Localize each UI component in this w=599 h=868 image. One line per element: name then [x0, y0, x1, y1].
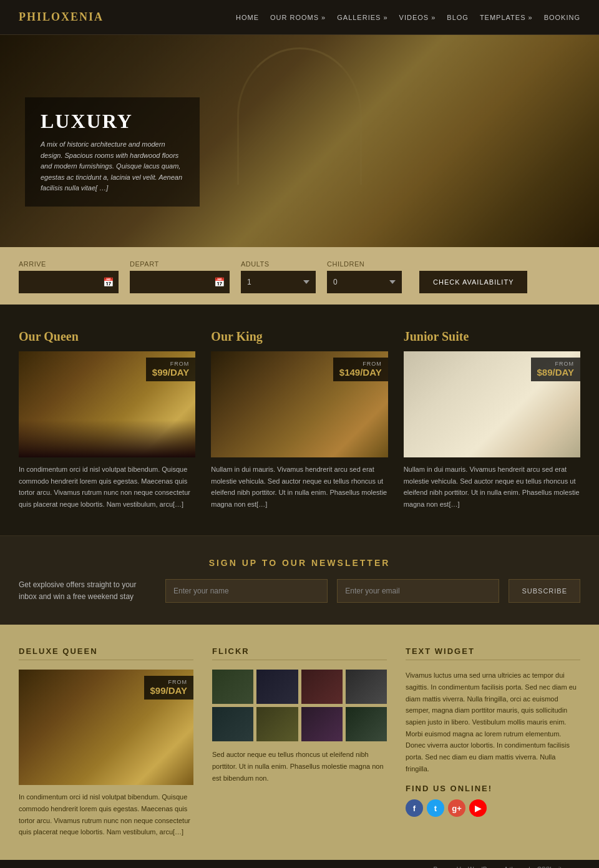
- hero-section: LUXURY A mix of historic architecture an…: [0, 35, 599, 247]
- footer-grid: DELUXE QUEEN FROM $99/DAY In condimentum…: [19, 646, 580, 838]
- footer-col-flickr: FLICKR Sed auctor neque eu tellus rhoncu…: [212, 646, 387, 838]
- youtube-icon[interactable]: ▶: [469, 799, 487, 817]
- flickr-thumb-8[interactable]: [346, 707, 387, 741]
- flickr-thumb-2[interactable]: [256, 670, 298, 704]
- adults-field: Adults 1 2 3 4: [241, 260, 316, 293]
- junior-from-label: FROM: [537, 361, 575, 367]
- arrive-label: Arrive: [19, 260, 119, 268]
- nav-home[interactable]: HOME: [236, 14, 259, 21]
- deluxe-queen-price: $99/DAY: [150, 685, 188, 696]
- flickr-thumb-4[interactable]: [346, 670, 387, 704]
- twitter-icon[interactable]: t: [427, 799, 444, 817]
- room-card-junior: Junior Suite FROM $89/DAY Nullam in dui …: [404, 329, 580, 510]
- newsletter-title: SIGN UP TO OUR NEWSLETTER: [19, 558, 580, 568]
- king-image: FROM $149/DAY: [211, 351, 387, 457]
- flickr-thumb-6[interactable]: [256, 707, 298, 741]
- arrive-input-wrapper: 📅: [19, 271, 119, 293]
- rooms-section: Our Queen FROM $99/DAY In condimentum or…: [0, 305, 599, 535]
- header: PHILOXENIA HOME OUR ROOMS » GALLERIES » …: [0, 0, 599, 35]
- footer-col-deluxe-queen: DELUXE QUEEN FROM $99/DAY In condimentum…: [19, 646, 193, 838]
- queen-title: Our Queen: [19, 329, 195, 344]
- queen-from-label: FROM: [152, 361, 190, 367]
- queen-image: FROM $99/DAY: [19, 351, 195, 457]
- facebook-icon[interactable]: f: [406, 799, 423, 817]
- depart-input-wrapper: 📅: [130, 271, 230, 293]
- junior-image: FROM $89/DAY: [404, 351, 580, 457]
- nav-videos[interactable]: VIDEOS »: [399, 14, 436, 21]
- check-availability-button[interactable]: CHECK AVAILABILITY: [419, 271, 527, 293]
- deluxe-queen-badge: FROM $99/DAY: [144, 676, 194, 700]
- adults-select[interactable]: 1 2 3 4: [241, 271, 316, 293]
- nav-templates[interactable]: TEMPLATES »: [480, 14, 533, 21]
- junior-title: Junior Suite: [404, 329, 580, 344]
- nav-blog[interactable]: BLOG: [447, 14, 469, 21]
- nav-booking[interactable]: BOOKING: [544, 14, 580, 21]
- newsletter-description: Get explosive offers straight to your in…: [19, 579, 156, 603]
- deluxe-queen-title: DELUXE QUEEN: [19, 646, 193, 660]
- main-nav: HOME OUR ROOMS » GALLERIES » VIDEOS » BL…: [236, 14, 580, 21]
- queen-badge: FROM $99/DAY: [146, 358, 196, 381]
- hero-description: A mix of historic architecture and moder…: [41, 139, 184, 194]
- nav-rooms[interactable]: OUR ROOMS »: [270, 14, 326, 21]
- subscribe-button[interactable]: SUBSCRIBE: [509, 579, 580, 603]
- junior-price: $89/DAY: [537, 367, 575, 378]
- flickr-thumb-3[interactable]: [301, 670, 343, 704]
- depart-label: Depart: [130, 260, 230, 268]
- footer-section: DELUXE QUEEN FROM $99/DAY In condimentum…: [0, 625, 599, 860]
- find-us-title: FIND US ONLINE!: [406, 784, 580, 793]
- room-card-king: Our King FROM $149/DAY Nullam in dui mau…: [211, 329, 387, 510]
- googleplus-icon[interactable]: g+: [448, 799, 465, 817]
- arrive-input[interactable]: [19, 271, 119, 293]
- hero-text-box: LUXURY A mix of historic architecture an…: [25, 97, 200, 207]
- flickr-description: Sed auctor neque eu tellus rhoncus ut el…: [212, 749, 387, 784]
- flickr-thumb-5[interactable]: [212, 707, 253, 741]
- newsletter-email-input[interactable]: [337, 579, 499, 603]
- rooms-grid: Our Queen FROM $99/DAY In condimentum or…: [19, 329, 580, 510]
- children-field: Children 0 1 2 3: [327, 260, 402, 293]
- newsletter-inner: Get explosive offers straight to your in…: [19, 579, 580, 603]
- king-title: Our King: [211, 329, 387, 344]
- footer-col-text-widget: TEXT WIDGET Vivamus luctus urna sed urna…: [406, 646, 580, 838]
- queen-price: $99/DAY: [152, 367, 190, 378]
- flickr-thumb-7[interactable]: [301, 707, 343, 741]
- king-price: $149/DAY: [339, 367, 382, 378]
- flickr-grid: [212, 670, 387, 741]
- depart-field: Depart 📅: [130, 260, 230, 293]
- children-label: Children: [327, 260, 402, 268]
- newsletter-name-input[interactable]: [165, 579, 328, 603]
- deluxe-queen-description: In condimentum orci id nisl volutpat bib…: [19, 791, 193, 838]
- hero-title: LUXURY: [41, 110, 184, 133]
- room-card-queen: Our Queen FROM $99/DAY In condimentum or…: [19, 329, 195, 510]
- deluxe-queen-from-label: FROM: [150, 679, 188, 685]
- children-select[interactable]: 0 1 2 3: [327, 271, 402, 293]
- depart-input[interactable]: [130, 271, 230, 293]
- text-widget-body: Vivamus luctus urna sed urna ultricies a…: [406, 670, 580, 774]
- social-icons: f t g+ ▶: [406, 799, 580, 817]
- queen-description: In condimentum orci id nisl volutpat bib…: [19, 464, 195, 510]
- nav-galleries[interactable]: GALLERIES »: [337, 14, 387, 21]
- logo: PHILOXENIA: [19, 11, 104, 24]
- king-description: Nullam in dui mauris. Vivamus hendrerit …: [211, 464, 387, 510]
- arrive-field: Arrive 📅: [19, 260, 119, 293]
- junior-badge: FROM $89/DAY: [531, 358, 581, 381]
- king-from-label: FROM: [339, 361, 382, 367]
- deluxe-queen-image: FROM $99/DAY: [19, 670, 193, 785]
- bottom-bar: Powered by WordPress - A theme by CSSIgn…: [0, 860, 599, 868]
- flickr-thumb-1[interactable]: [212, 670, 253, 704]
- booking-bar: Arrive 📅 Depart 📅 Adults 1 2 3 4 Childre…: [0, 247, 599, 305]
- king-badge: FROM $149/DAY: [333, 358, 388, 381]
- junior-description: Nullam in dui mauris. Vivamus hendrerit …: [404, 464, 580, 510]
- adults-label: Adults: [241, 260, 316, 268]
- newsletter-section: SIGN UP TO OUR NEWSLETTER Get explosive …: [0, 535, 599, 625]
- text-widget-title: TEXT WIDGET: [406, 646, 580, 660]
- flickr-title: FLICKR: [212, 646, 387, 660]
